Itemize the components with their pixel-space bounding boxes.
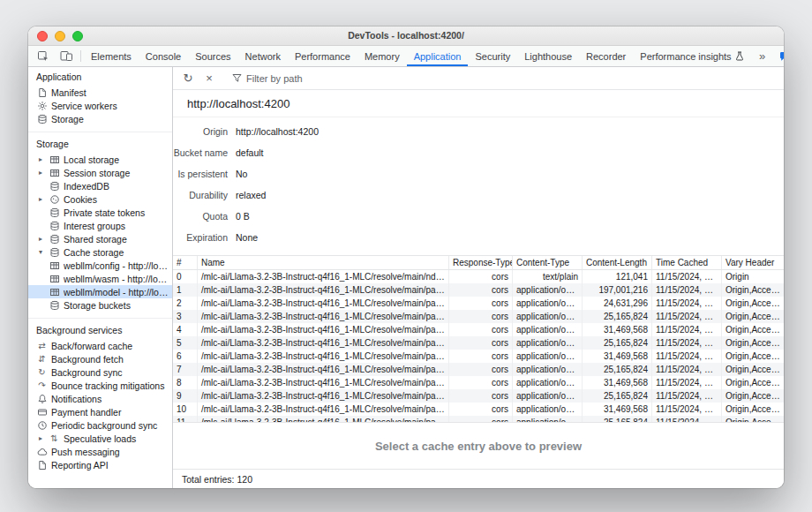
- tab-memory[interactable]: Memory: [357, 46, 407, 66]
- cell-vary-header: Origin,Access…: [722, 363, 784, 376]
- cell-content-length: 31,469,568: [583, 350, 652, 363]
- cell-content-length: 25,165,824: [583, 416, 652, 422]
- column-header-name[interactable]: Name: [198, 256, 449, 269]
- database-icon: [49, 207, 60, 218]
- sidebar-item-bounce-tracking-mitigations[interactable]: ↷ Bounce tracking mitigations: [28, 379, 172, 392]
- cell-time-cached: 11/15/2024, 10…: [652, 283, 722, 297]
- titlebar[interactable]: DevTools - localhost:4200/: [28, 26, 784, 46]
- cache-entry-row[interactable]: 10 /mlc-ai/Llama-3.2-3B-Instruct-q4f16_1…: [173, 403, 784, 416]
- cache-entry-row[interactable]: 0 /mlc-ai/Llama-3.2-3B-Instruct-q4f16_1-…: [173, 270, 784, 283]
- cache-entry-row[interactable]: 6 /mlc-ai/Llama-3.2-3B-Instruct-q4f16_1-…: [173, 350, 784, 363]
- sidebar-item-payment-handler[interactable]: Payment handler: [28, 405, 172, 418]
- column-header-index[interactable]: #: [173, 256, 198, 269]
- delete-selected-button[interactable]: ×: [199, 68, 220, 89]
- refresh-caches-button[interactable]: ↻: [177, 68, 199, 89]
- cache-entry-row[interactable]: 1 /mlc-ai/Llama-3.2-3B-Instruct-q4f16_1-…: [173, 283, 784, 297]
- sidebar-item-cache-webllm-config[interactable]: webllm/config - http://loc…: [28, 259, 172, 272]
- sidebar-item-periodic-background-sync[interactable]: Periodic background sync: [28, 418, 172, 432]
- device-toolbar-button[interactable]: [55, 46, 78, 66]
- report-value: No: [236, 169, 247, 179]
- tab-security[interactable]: Security: [468, 46, 517, 66]
- tab-elements[interactable]: Elements: [84, 46, 139, 66]
- chevron-right-icon[interactable]: ▸: [36, 235, 45, 243]
- chevron-right-icon[interactable]: ▸: [36, 155, 45, 163]
- sidebar-item-label: Shared storage: [64, 234, 169, 245]
- sidebar-item-back-forward-cache[interactable]: ⇄ Back/forward cache: [28, 339, 172, 352]
- tab-console[interactable]: Console: [139, 46, 188, 66]
- statusbar: Total entries: 120: [173, 469, 784, 488]
- chevron-right-icon[interactable]: ▸: [36, 169, 45, 177]
- cell-index: 8: [173, 376, 198, 389]
- sidebar-item-notifications[interactable]: Notifications: [28, 392, 172, 405]
- chevron-down-icon[interactable]: ▾: [36, 248, 45, 256]
- column-header-content-length[interactable]: Content-Length: [583, 256, 652, 269]
- sidebar-item-background-sync[interactable]: ↻ Background sync: [28, 365, 172, 379]
- tab-recorder[interactable]: Recorder: [579, 46, 633, 66]
- sidebar-item-cache-storage[interactable]: ▾ Cache storage: [28, 245, 172, 259]
- cell-name: /mlc-ai/Llama-3.2-3B-Instruct-q4f16_1-ML…: [198, 336, 449, 350]
- issues-button[interactable]: 3: [774, 51, 784, 62]
- sidebar-item-private-state-tokens[interactable]: Private state tokens: [28, 206, 172, 219]
- zoom-window-button[interactable]: [72, 31, 83, 41]
- tab-performance-insights[interactable]: Performance insights: [633, 46, 750, 66]
- more-tabs-button[interactable]: »: [751, 50, 774, 62]
- cell-name: /mlc-ai/Llama-3.2-3B-Instruct-q4f16_1-ML…: [198, 416, 449, 422]
- sidebar-item-cache-webllm-wasm[interactable]: webllm/wasm - http://loca…: [28, 272, 172, 285]
- chevron-right-icon[interactable]: ▸: [36, 195, 45, 203]
- database-icon: [49, 220, 60, 231]
- tab-application[interactable]: Application: [407, 46, 469, 66]
- sidebar-item-label: Payment handler: [51, 407, 169, 418]
- cell-response-type: cors: [449, 376, 513, 389]
- filter-by-path-input[interactable]: Filter by path: [226, 73, 309, 84]
- application-sidebar: Application Manifest Service workers Sto…: [28, 67, 173, 488]
- tab-lighthouse[interactable]: Lighthouse: [517, 46, 579, 66]
- service-worker-icon: [36, 100, 48, 111]
- cell-time-cached: 11/15/2024, 10…: [652, 403, 722, 416]
- sidebar-item-indexeddb[interactable]: IndexedDB: [28, 179, 172, 192]
- column-header-time-cached[interactable]: Time Cached: [652, 256, 722, 269]
- cell-response-type: cors: [449, 310, 513, 323]
- tab-sources[interactable]: Sources: [188, 46, 237, 66]
- tab-performance[interactable]: Performance: [288, 46, 357, 66]
- sidebar-item-service-workers[interactable]: Service workers: [28, 99, 172, 112]
- sidebar-item-local-storage[interactable]: ▸ Local storage: [28, 153, 172, 166]
- cache-entry-row[interactable]: 2 /mlc-ai/Llama-3.2-3B-Instruct-q4f16_1-…: [173, 297, 784, 310]
- cell-content-type: text/plain: [513, 270, 583, 283]
- sidebar-item-interest-groups[interactable]: Interest groups: [28, 219, 172, 232]
- cache-entry-row[interactable]: 3 /mlc-ai/Llama-3.2-3B-Instruct-q4f16_1-…: [173, 310, 784, 323]
- sidebar-item-cookies[interactable]: ▸ Cookies: [28, 192, 172, 206]
- inspect-element-button[interactable]: [32, 46, 55, 66]
- column-header-response-type[interactable]: Response-Type: [449, 256, 513, 269]
- sidebar-item-shared-storage[interactable]: ▸ Shared storage: [28, 232, 172, 245]
- issues-bubble-icon: [779, 51, 784, 62]
- column-header-vary-header[interactable]: Vary Header: [722, 256, 784, 269]
- cache-entry-row[interactable]: 4 /mlc-ai/Llama-3.2-3B-Instruct-q4f16_1-…: [173, 323, 784, 336]
- sidebar-item-storage[interactable]: Storage: [28, 112, 172, 125]
- sidebar-item-label: Background fetch: [51, 354, 169, 365]
- sidebar-item-label: Cache storage: [64, 247, 169, 258]
- cache-entry-row[interactable]: 8 /mlc-ai/Llama-3.2-3B-Instruct-q4f16_1-…: [173, 376, 784, 389]
- sidebar-item-reporting-api[interactable]: Reporting API: [28, 458, 172, 471]
- column-header-content-type[interactable]: Content-Type: [513, 256, 583, 269]
- minimize-window-button[interactable]: [55, 31, 65, 41]
- cache-entry-row[interactable]: 9 /mlc-ai/Llama-3.2-3B-Instruct-q4f16_1-…: [173, 389, 784, 403]
- tab-network[interactable]: Network: [238, 46, 288, 66]
- sidebar-item-cache-webllm-model[interactable]: webllm/model - http://loc…: [28, 285, 172, 298]
- sidebar-item-background-fetch[interactable]: ⇵ Background fetch: [28, 352, 172, 365]
- sidebar-item-manifest[interactable]: Manifest: [28, 86, 172, 99]
- cache-entry-row[interactable]: 7 /mlc-ai/Llama-3.2-3B-Instruct-q4f16_1-…: [173, 363, 784, 376]
- cell-response-type: cors: [449, 336, 513, 350]
- sidebar-item-session-storage[interactable]: ▸ Session storage: [28, 166, 172, 179]
- report-value: None: [236, 232, 258, 243]
- cache-entry-row[interactable]: 11 /mlc-ai/Llama-3.2-3B-Instruct-q4f16_1…: [173, 416, 784, 422]
- chevron-right-icon[interactable]: ▸: [36, 434, 45, 442]
- cache-entry-row[interactable]: 5 /mlc-ai/Llama-3.2-3B-Instruct-q4f16_1-…: [173, 336, 784, 350]
- sidebar-item-push-messaging[interactable]: Push messaging: [28, 445, 172, 458]
- database-icon: [49, 299, 60, 311]
- cell-index: 11: [173, 416, 198, 422]
- report-value: 0 B: [236, 211, 250, 222]
- close-window-button[interactable]: [37, 31, 48, 41]
- cell-time-cached: 11/15/2024, 10…: [652, 310, 722, 323]
- sidebar-item-storage-buckets[interactable]: Storage buckets: [28, 298, 172, 312]
- sidebar-item-speculative-loads[interactable]: ▸ ⇅ Speculative loads: [28, 432, 172, 445]
